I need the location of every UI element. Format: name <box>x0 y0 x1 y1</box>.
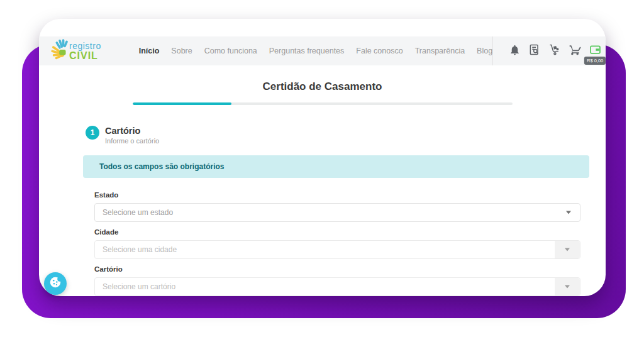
field-group-estado: Estado Selecione um estado <box>94 191 580 222</box>
required-fields-notice-text: Todos os campos são obrigatórios <box>99 162 224 171</box>
estado-label: Estado <box>94 191 580 199</box>
required-fields-notice: Todos os campos são obrigatórios <box>83 155 589 178</box>
chevron-down-icon <box>566 211 571 214</box>
step-text: Cartório Informe o cartório <box>105 126 159 145</box>
brand-name-bottom: CIVIL <box>69 51 101 61</box>
field-group-cidade: Cidade Selecione uma cidade <box>94 228 580 259</box>
nav-item-perguntas-frequentes[interactable]: Perguntas frequentes <box>269 47 345 55</box>
wallet-balance-badge: R$ 0,00 <box>584 57 606 65</box>
cidade-label: Cidade <box>94 228 580 236</box>
step-number-badge: 1 <box>86 126 99 140</box>
chevron-down-icon <box>565 248 570 251</box>
nav-item-inicio[interactable]: Início <box>139 47 160 55</box>
cart-icon <box>569 43 581 58</box>
brand-logo-text: registro CIVIL <box>69 41 101 61</box>
wallet-button[interactable]: R$ 0,00 <box>585 36 605 65</box>
cidade-select-caret-cell <box>555 241 580 258</box>
cartorio-placeholder: Selecione um cartório <box>103 282 175 291</box>
site-window: registro CIVIL Início Sobre Como funcion… <box>39 19 606 296</box>
estado-placeholder: Selecione um estado <box>103 208 173 217</box>
cookie-consent-button[interactable] <box>44 272 67 295</box>
progress-fill <box>133 102 231 105</box>
account-button[interactable] <box>605 36 606 65</box>
step-title: Cartório <box>105 126 159 136</box>
stage: registro CIVIL Início Sobre Como funcion… <box>0 0 644 337</box>
cartorio-select[interactable]: Selecione um cartório <box>94 277 580 296</box>
header-actions: R$ 0,00 <box>492 36 606 65</box>
estado-select[interactable]: Selecione um estado <box>94 203 580 222</box>
cookie-icon <box>48 275 62 292</box>
step-subtitle: Informe o cartório <box>105 137 159 145</box>
header-bar: registro CIVIL Início Sobre Como funcion… <box>39 36 606 65</box>
nav-item-blog[interactable]: Blog <box>477 47 492 55</box>
chevron-down-icon <box>565 285 570 289</box>
field-group-cartorio: Cartório Selecione um cartório <box>94 265 580 296</box>
document-search-button[interactable] <box>525 36 545 65</box>
step-indicator: 1 Cartório Informe o cartório <box>86 126 606 145</box>
nav-item-transparencia[interactable]: Transparência <box>415 47 465 55</box>
cart-button[interactable] <box>565 36 585 65</box>
nav-item-como-funciona[interactable]: Como funciona <box>204 47 257 55</box>
nav-item-sobre[interactable]: Sobre <box>171 47 192 55</box>
cidade-placeholder: Selecione uma cidade <box>103 245 177 254</box>
brand-name-top: registro <box>69 41 101 50</box>
trolley-icon <box>548 43 561 58</box>
cartorio-select-caret-cell <box>555 278 580 296</box>
notifications-button[interactable] <box>504 36 525 65</box>
header-divider <box>492 36 493 65</box>
cartorio-label: Cartório <box>94 265 580 273</box>
main-nav: Início Sobre Como funciona Perguntas fre… <box>101 47 492 55</box>
page-title: Certidão de Casamento <box>39 80 606 93</box>
progress-bar <box>133 102 513 105</box>
cartorio-form: Estado Selecione um estado Cidade Seleci… <box>94 191 580 296</box>
document-search-icon <box>528 43 541 58</box>
bell-icon <box>509 44 521 58</box>
nav-item-fale-conosco[interactable]: Fale conosco <box>356 47 402 55</box>
brand-logo[interactable]: registro CIVIL <box>50 38 101 64</box>
cidade-select[interactable]: Selecione uma cidade <box>94 240 580 259</box>
orders-trolley-button[interactable] <box>545 36 565 65</box>
